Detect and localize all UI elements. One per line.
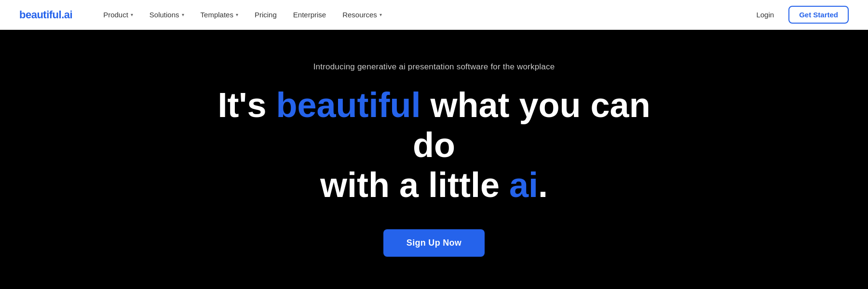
hero-subtitle: Introducing generative ai presentation s… — [313, 62, 555, 72]
hero-headline-highlight2: ai — [509, 166, 538, 204]
hero-headline-part3: with a little — [320, 166, 509, 204]
nav-label-enterprise: Enterprise — [293, 11, 326, 19]
nav-label-templates: Templates — [201, 11, 233, 19]
nav-item-product[interactable]: Product ▾ — [96, 7, 140, 23]
chevron-down-icon: ▾ — [182, 12, 184, 17]
hero-headline-part2: what you can do — [413, 86, 651, 164]
hero-headline-part1: It's — [217, 86, 276, 124]
nav-label-product: Product — [103, 11, 128, 19]
nav-item-pricing[interactable]: Pricing — [248, 7, 284, 23]
chevron-down-icon: ▾ — [380, 12, 382, 17]
hero-headline-part4: . — [538, 166, 548, 204]
hero-section: Introducing generative ai presentation s… — [0, 30, 868, 289]
nav-item-resources[interactable]: Resources ▾ — [336, 7, 389, 23]
nav-label-resources: Resources — [342, 11, 377, 19]
chevron-down-icon: ▾ — [131, 12, 133, 17]
nav-item-enterprise[interactable]: Enterprise — [286, 7, 333, 23]
login-button[interactable]: Login — [749, 7, 781, 23]
nav-actions: Login Get Started — [749, 6, 849, 24]
get-started-button[interactable]: Get Started — [788, 6, 849, 24]
navbar: beautiful.ai Product ▾ Solutions ▾ Templ… — [0, 0, 868, 30]
nav-item-templates[interactable]: Templates ▾ — [194, 7, 245, 23]
logo-highlight: ai — [64, 9, 72, 21]
nav-links: Product ▾ Solutions ▾ Templates ▾ Pricin… — [96, 7, 749, 23]
nav-label-pricing: Pricing — [255, 11, 277, 19]
hero-headline-highlight1: beautiful — [276, 86, 421, 124]
chevron-down-icon: ▾ — [236, 12, 238, 17]
nav-label-solutions: Solutions — [149, 11, 179, 19]
nav-item-solutions[interactable]: Solutions ▾ — [143, 7, 191, 23]
logo-text-normal: beautiful. — [19, 9, 64, 21]
logo[interactable]: beautiful.ai — [19, 9, 72, 21]
signup-button[interactable]: Sign Up Now — [383, 229, 485, 257]
hero-headline: It's beautiful what you can do with a li… — [193, 85, 675, 205]
